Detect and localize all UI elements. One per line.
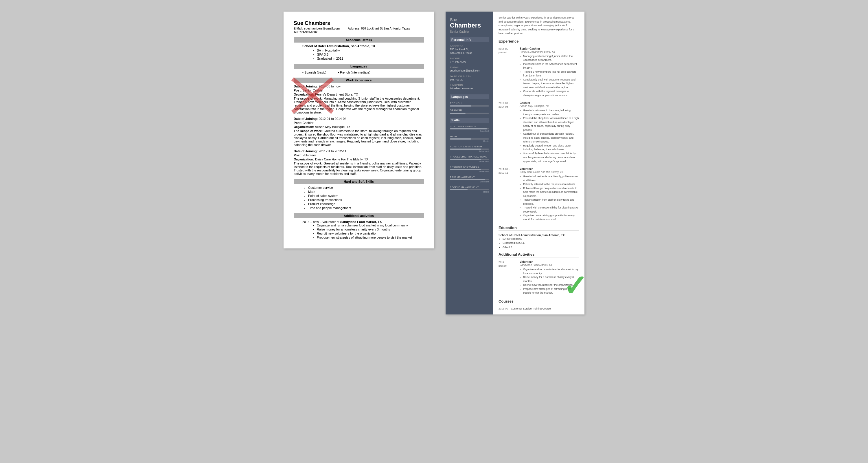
exp-1-details: Cashier Allison May Boutique, TX Greeted… [520, 102, 579, 163]
work-1-post-field: Post: Cashier [294, 121, 424, 124]
lang-spanish-name: SPANISH [450, 109, 489, 112]
exp-1-b0: Greeted customers to the store, followin… [523, 109, 579, 116]
exp-0-b3: Consistently deal with customer requests… [523, 78, 579, 90]
work-2-org: Daisy Care Home For The Elderly, TX [315, 157, 368, 161]
academic-bullet-0: BA in Hospitality [317, 49, 424, 52]
exp-1-org: Allison May Boutique, TX [520, 105, 579, 108]
work-0-post-label: Post: [294, 89, 302, 92]
exp-2-b3: Took instruction from staff on daily tas… [523, 198, 579, 206]
skill-math-bar [450, 138, 489, 140]
skills-title: Skills [450, 118, 489, 123]
languages-content: • Spanish (basic) • French (intermediate… [302, 71, 424, 74]
academic-school: School of Hotel Administration, San Anto… [302, 44, 424, 48]
left-header: Sue Chambers E-Mail: suechambers@gmail.c… [294, 20, 424, 34]
edu-0-title: School of Hotel Administration, San Anto… [498, 234, 579, 237]
skill-processing: PROCESSING TRANSACTIONS Advanced [450, 155, 489, 163]
phone-value: 774-981-6002 [450, 60, 489, 64]
exp-1-b1: Ensured the shop floor was maintained to… [523, 116, 579, 132]
add-0-details: Volunteer Sandylane Food Market, TX Orga… [520, 260, 579, 295]
work-2-date-label: Date of Joining: [294, 149, 318, 153]
work-0-scope-label: The scope of work: [294, 97, 322, 100]
skill-pos: POINT OF SALES SYSTEM Advanced [450, 145, 489, 153]
skill-pk-level: Advanced [450, 170, 489, 173]
skill-pm-fill [450, 189, 468, 190]
add-bullet-1: Raise money for a homeless charity every… [317, 228, 424, 231]
linkedin-item: LinkedIn linkedin.com/sueslw [450, 84, 489, 90]
lang-0-name: Spanish (basic) [304, 71, 327, 74]
skill-pos-level: Advanced [450, 150, 489, 153]
work-1-post-label: Post: [294, 121, 302, 124]
email-value: suechambers@gmail.com [450, 69, 489, 73]
work-1-scope-field: The scope of work: Greeted customers to … [294, 129, 424, 146]
summary: Senior cashier with 5 years experience i… [498, 16, 579, 36]
languages-title: Languages [450, 94, 489, 99]
add-bullet-3: Propose new strategies of attracting mor… [317, 236, 424, 239]
edu-0-bullets: BA in Hospitality. Graduated in 2011. GP… [503, 237, 579, 249]
exp-2-bullets: Greeted all residents in a friendly, pol… [523, 175, 579, 222]
additional-bullets: Organize and run a volunteer food market… [317, 224, 424, 239]
sidebar-name-main: Chambers [450, 22, 489, 29]
add-0-dates: 2014 -present [498, 260, 517, 295]
skill-tm-name: TIME MANAGEMENT [450, 176, 489, 178]
skills-section-title: Hard and Soft Skills [294, 179, 424, 184]
exp-0-b0: Managing and coaching 3 junior staff in … [523, 54, 579, 62]
email-item: E-mail suechambers@gmail.com [450, 66, 489, 73]
edu-0-b0: BA in Hospitality. [503, 237, 579, 241]
exp-0-details: Senior Cashier Penny's Department Store,… [520, 47, 579, 97]
work-2-post-field: Post: Volunteer [294, 153, 424, 157]
skill-1: Math [308, 190, 424, 194]
education-heading: Education [498, 226, 579, 231]
add-0-b2: Recruit new volunteers for the organizat… [523, 283, 579, 287]
add-bullet-0: Organize and run a volunteer food market… [317, 224, 424, 227]
left-contact-line1: E-Mail: suechambers@gmail.com Address: 9… [294, 27, 424, 30]
skill-product-knowledge: PRODUCT KNOWLEDGE Advanced [450, 166, 489, 173]
resume-left: Sue Chambers E-Mail: suechambers@gmail.c… [283, 11, 434, 249]
skill-4: Product knowledge [308, 202, 424, 206]
work-2-scope-label: The scope of work: [294, 162, 322, 165]
exp-1-dates: 2012-01 -2014-04 [498, 102, 517, 163]
additional-section-title: Additional activities [294, 213, 424, 218]
work-0-org-field: Organization: Penny's Department Store, … [294, 93, 424, 96]
sidebar-title: Senior Cashier [450, 30, 489, 33]
edu-0-b1: Graduated in 2011. [503, 241, 579, 245]
work-0-date-field: Date of Joining: 2014-05 to now [294, 85, 424, 88]
bullet: • [302, 71, 304, 74]
left-name: Sue Chambers [294, 20, 424, 26]
skill-tm-fill [450, 179, 485, 180]
exp-2-details: Volunteer Daisy Care Home For The Elderl… [520, 167, 579, 222]
additional-content: 2014 – now – Volunteer at Sandylane Food… [302, 220, 424, 239]
work-2-post-label: Post: [294, 153, 302, 157]
skill-people-management: PEOPLE MANAGEMENT Basic [450, 186, 489, 193]
work-section-title: Work Experience [294, 78, 424, 83]
work-1-org-field: Organization: Allison May Boutique, TX [294, 125, 424, 128]
exp-2-b1: Patiently listened to the requests of re… [523, 182, 579, 186]
address-label: Address: [348, 27, 360, 30]
phone-label: Phone [450, 57, 489, 60]
skill-0: Customer service [308, 186, 424, 190]
work-0-org-label: Organization: [294, 93, 314, 96]
work-2-org-label: Organization: [294, 157, 314, 161]
skill-5: Time and people management [308, 206, 424, 210]
add-0-title: Volunteer [520, 260, 579, 263]
work-0-org: Penny's Department Store, TX [315, 93, 358, 96]
add-bullet-2: Recruit new volunteers for the organizat… [317, 232, 424, 235]
skill-pk-name: PRODUCT KNOWLEDGE [450, 166, 489, 168]
exp-1-title: Cashier [520, 102, 579, 105]
additional-heading: Additional Activities [498, 252, 579, 257]
work-1-date-field: Date of Joining: 2012-01 to 2014-04 [294, 117, 424, 120]
experience-heading: Experience [498, 39, 579, 44]
exp-1-b4: Successfully handled customer complaints… [523, 152, 579, 164]
lang-spanish-bar-fill [450, 113, 466, 114]
work-entry-1: Date of Joining: 2012-01 to 2014-04 Post… [294, 117, 424, 146]
skill-pm-bar [450, 189, 489, 190]
exp-0-dates: 2014-05 -present [498, 47, 517, 97]
email-label: E-mail [450, 66, 489, 69]
work-1-post: Cashier [303, 121, 314, 124]
exp-entry-1: 2012-01 -2014-04 Cashier Allison May Bou… [498, 102, 579, 163]
additional-org: Sandylane Food Market, TX [340, 220, 382, 224]
main-content: Senior cashier with 5 years experience i… [493, 11, 585, 315]
skill-customer-service: CUSTOMER SERVICE Excellent [450, 125, 489, 132]
exp-0-bullets: Managing and coaching 3 junior staff in … [523, 54, 579, 97]
work-0-date: 2014-05 to now [318, 85, 341, 88]
exp-0-b1: Increased sales in the Accessories depar… [523, 62, 579, 70]
